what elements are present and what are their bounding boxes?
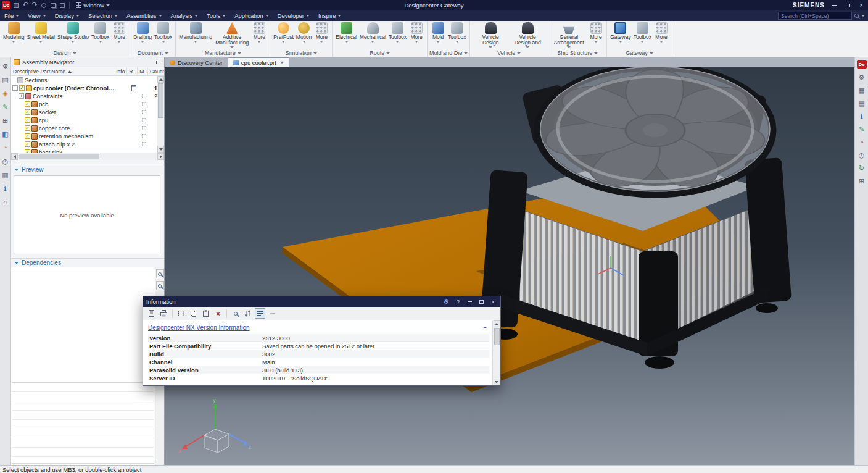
viewport-3d[interactable]: x y z <box>165 67 854 465</box>
scrollbar-thumb[interactable] <box>19 154 99 159</box>
info-sheet-icon[interactable] <box>131 85 136 91</box>
minimize-button[interactable] <box>830 2 838 9</box>
go-to-icon[interactable] <box>242 308 253 319</box>
paste-icon[interactable] <box>200 308 211 319</box>
ribbon-button-toolbox-design[interactable]: Toolbox <box>90 21 110 49</box>
ribbon-button-shape-studio[interactable]: Shape Studio <box>56 21 90 49</box>
ribbon-group-label-document[interactable]: Document <box>132 49 173 57</box>
tree-row-sections[interactable]: Sections <box>11 76 164 84</box>
display-mode-icon[interactable] <box>858 138 866 146</box>
ribbon-group-label-ship-structure[interactable]: Ship Structure <box>550 49 605 57</box>
ribbon-button-mechanical[interactable]: Mechanical <box>358 21 387 49</box>
panel-undock-icon[interactable] <box>154 59 162 66</box>
dependencies-section-header[interactable]: Dependencies <box>11 258 164 267</box>
tree-row-heat-sink[interactable]: ✓ heat sink <box>11 148 164 153</box>
find-icon[interactable] <box>156 269 164 278</box>
ribbon-group-label-gateway[interactable]: Gateway <box>609 49 670 57</box>
tab-close-icon[interactable]: × <box>280 60 284 66</box>
preview-section-header[interactable]: Preview <box>11 165 164 174</box>
checkbox[interactable]: ✓ <box>25 109 30 115</box>
scroll-left-icon[interactable] <box>11 153 18 160</box>
roles-icon[interactable] <box>1 62 9 70</box>
ribbon-group-label-simulation[interactable]: Simulation <box>272 49 330 57</box>
ribbon-button-toolbox-mold[interactable]: Toolbox <box>447 21 467 49</box>
zoom-icon[interactable] <box>156 281 164 290</box>
search-icon[interactable] <box>854 14 859 18</box>
information-panel-icon[interactable] <box>1 185 9 193</box>
export-file-icon[interactable] <box>146 308 157 319</box>
history-icon[interactable] <box>858 151 866 159</box>
scroll-right-icon[interactable] <box>157 153 164 160</box>
ribbon-button-more-design[interactable]: More <box>110 21 128 49</box>
designcenter-badge[interactable]: De <box>857 60 867 69</box>
undo-icon[interactable] <box>22 2 29 9</box>
maximize-button[interactable] <box>477 298 486 306</box>
tree-row-socket[interactable]: ✓ socket <box>11 108 164 116</box>
reuse-library-icon[interactable] <box>1 117 9 125</box>
checkbox[interactable]: ✓ <box>25 117 30 123</box>
column-descriptive-part-name[interactable]: Descriptive Part Name <box>11 67 114 75</box>
menu-tools[interactable]: Tools <box>202 10 230 21</box>
minimize-button[interactable] <box>466 298 474 306</box>
ribbon-group-label-vehicle[interactable]: Vehicle <box>472 49 546 57</box>
delete-icon[interactable]: × <box>213 308 223 319</box>
ribbon-group-label-mold-and-die[interactable]: Mold and Die <box>429 49 468 57</box>
ribbon-button-manufacturing[interactable]: Manufacturing <box>178 21 213 49</box>
ribbon-button-general-arrangement[interactable]: General Arrangement <box>550 21 587 49</box>
select-all-icon[interactable] <box>176 308 186 319</box>
menu-view[interactable]: View <box>23 10 50 21</box>
copy-icon[interactable] <box>188 308 199 319</box>
ribbon-button-more-ship[interactable]: More <box>587 21 605 49</box>
checkbox[interactable]: ✓ <box>25 125 30 131</box>
ribbon-button-vehicle-design-automation[interactable]: Vehicle Design Automation <box>472 21 509 49</box>
column-count[interactable]: Count <box>148 67 164 75</box>
help-icon[interactable] <box>858 112 866 120</box>
tree-row-attach-clip[interactable]: ✓ attach clip x 2 <box>11 140 164 148</box>
process-studio-icon[interactable] <box>1 171 9 179</box>
menu-application[interactable]: Application <box>230 10 273 21</box>
tab-discovery-center[interactable]: Discovery Center <box>165 57 228 67</box>
checkbox[interactable]: ✓ <box>25 149 30 153</box>
ribbon-button-motion[interactable]: Motion <box>295 21 313 49</box>
maximize-button[interactable] <box>843 2 852 9</box>
print-icon[interactable] <box>159 308 169 319</box>
menu-assemblies[interactable]: Assemblies <box>122 10 167 21</box>
ribbon-button-toolbox-gateway[interactable]: Toolbox <box>632 21 653 49</box>
constraint-navigator-icon[interactable] <box>1 90 9 98</box>
tree-row-cpu[interactable]: ✓ cpu <box>11 116 164 124</box>
horizontal-scrollbar[interactable] <box>11 153 164 160</box>
ribbon-button-additive-manufacturing[interactable]: Additive Manufacturing <box>213 21 250 49</box>
scrollbar-thumb[interactable] <box>494 328 500 345</box>
annotate-icon[interactable] <box>858 125 866 133</box>
ribbon-button-toolbox-route[interactable]: Toolbox <box>387 21 408 49</box>
ribbon-button-toolbox-document[interactable]: Toolbox <box>153 21 173 49</box>
help-icon[interactable]: ? <box>454 298 462 306</box>
window-menu[interactable]: Window <box>73 1 113 9</box>
ribbon-button-more-gateway[interactable]: More <box>653 21 670 49</box>
menu-developer[interactable]: Developer <box>273 10 314 21</box>
vertical-scrollbar[interactable] <box>492 320 500 385</box>
column-read-only[interactable]: R... <box>127 67 138 75</box>
tree-row-pcb[interactable]: ✓ pcb <box>11 100 164 108</box>
settings-gear-icon[interactable] <box>442 298 450 306</box>
close-button[interactable]: × <box>489 298 497 306</box>
collapse-icon[interactable]: − <box>483 324 489 331</box>
assembly-navigator-icon[interactable] <box>1 76 9 84</box>
ribbon-button-sheet-metal[interactable]: Sheet Metal <box>26 21 56 49</box>
ribbon-button-electrical[interactable]: Electrical <box>334 21 358 49</box>
ribbon-button-drafting[interactable]: Drafting <box>132 21 153 49</box>
tree-row-cpu-cooler[interactable]: − ✓ cpu cooler (Order: Chronologic... 12 <box>11 84 164 92</box>
scroll-down-icon[interactable] <box>494 379 500 385</box>
menu-selection[interactable]: Selection <box>84 10 122 21</box>
column-modified[interactable]: M... <box>138 67 148 75</box>
paste-icon[interactable] <box>59 2 66 9</box>
clipboard-icon[interactable] <box>858 99 866 107</box>
web-browser-icon[interactable] <box>1 144 9 152</box>
ribbon-button-pre-post[interactable]: Pre/Post <box>272 21 295 49</box>
tree-row-constraints[interactable]: + Constraints 28 <box>11 92 164 100</box>
checkbox[interactable]: ✓ <box>25 133 30 139</box>
scroll-up-icon[interactable] <box>494 320 500 327</box>
tree-row-retention-mechanism[interactable]: ✓ retention mechanism <box>11 132 164 140</box>
checkbox[interactable]: ✓ <box>19 85 25 91</box>
vertical-scrollbar[interactable] <box>157 76 164 153</box>
